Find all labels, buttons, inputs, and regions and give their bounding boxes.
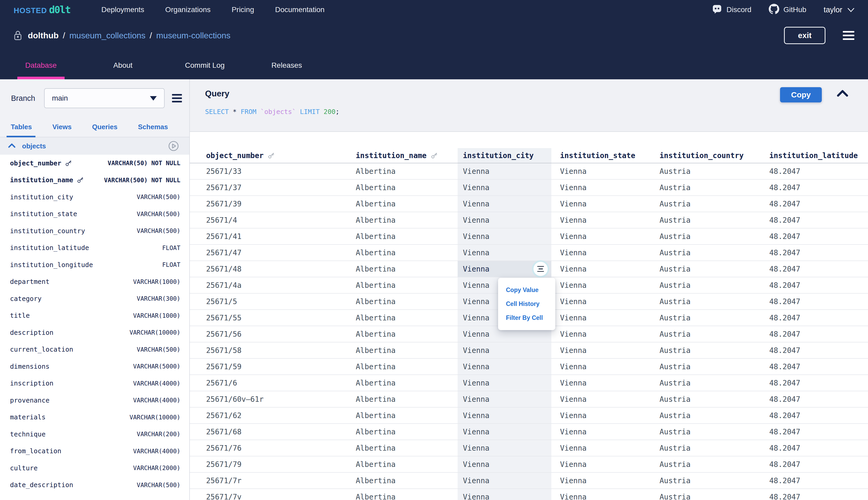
breadcrumb-database-link[interactable]: museum_collections: [69, 31, 146, 41]
table-cell[interactable]: Austria: [651, 245, 751, 261]
table-cell[interactable]: Vienna: [551, 326, 651, 342]
branch-menu-icon[interactable]: [172, 94, 182, 102]
hamburger-menu-icon[interactable]: [843, 31, 854, 40]
table-cell[interactable]: Austria: [651, 310, 751, 326]
context-menu-item-filter-by-cell[interactable]: Filter By Cell: [498, 311, 555, 325]
breadcrumb-owner[interactable]: dolthub: [28, 31, 59, 41]
table-cell[interactable]: 48.2047: [751, 456, 868, 472]
table-cell[interactable]: Austria: [651, 180, 751, 195]
table-cell[interactable]: Vienna: [551, 163, 651, 179]
table-cell[interactable]: 25671/56: [190, 326, 347, 342]
table-cell[interactable]: Austria: [651, 359, 751, 374]
table-cell[interactable]: 48.2047: [751, 391, 868, 407]
table-cell[interactable]: 25671/59: [190, 359, 347, 374]
table-cell[interactable]: Albertina: [347, 375, 458, 391]
table-cell[interactable]: 48.2047: [751, 326, 868, 342]
table-cell[interactable]: Vienna: [551, 245, 651, 261]
discord-link[interactable]: Discord: [712, 4, 751, 16]
table-cell[interactable]: Vienna: [458, 456, 551, 472]
table-cell[interactable]: Austria: [651, 456, 751, 472]
table-cell[interactable]: 25671/7r: [190, 473, 347, 488]
table-cell[interactable]: 48.2047: [751, 440, 868, 456]
column-header-institution-latitude[interactable]: institution_latitude: [751, 148, 868, 163]
table-cell[interactable]: 25671/4a: [190, 277, 347, 293]
table-cell[interactable]: Vienna: [551, 212, 651, 228]
table-cell[interactable]: Vienna: [458, 359, 551, 374]
column-header-institution-state[interactable]: institution_state: [551, 148, 651, 163]
context-menu-item-copy-value[interactable]: Copy Value: [498, 283, 555, 297]
table-objects-header[interactable]: objects: [0, 137, 189, 155]
table-cell[interactable]: Austria: [651, 261, 751, 277]
table-cell[interactable]: Vienna: [551, 440, 651, 456]
table-cell[interactable]: 48.2047: [751, 489, 868, 500]
table-cell[interactable]: Albertina: [347, 342, 458, 358]
table-cell[interactable]: Vienna: [551, 456, 651, 472]
column-header-institution-name[interactable]: institution_name: [347, 148, 458, 163]
user-menu[interactable]: taylor: [824, 5, 854, 14]
table-cell[interactable]: 25671/33: [190, 163, 347, 179]
table-cell[interactable]: Albertina: [347, 277, 458, 293]
table-cell[interactable]: Vienna: [551, 408, 651, 423]
table-cell[interactable]: Albertina: [347, 424, 458, 440]
sidebar-tab-schemas[interactable]: Schemas: [138, 123, 168, 137]
breadcrumb-deployment-link[interactable]: museum-collections: [156, 31, 230, 41]
table-cell[interactable]: Vienna: [458, 489, 551, 500]
hosted-dolt-logo[interactable]: HOSTED d0lt: [14, 4, 70, 15]
table-cell[interactable]: Austria: [651, 228, 751, 244]
table-cell[interactable]: Vienna: [458, 375, 551, 391]
table-cell[interactable]: Austria: [651, 294, 751, 309]
table-cell[interactable]: Austria: [651, 391, 751, 407]
table-cell[interactable]: Vienna: [551, 342, 651, 358]
exit-button[interactable]: exit: [784, 27, 825, 44]
table-cell[interactable]: 48.2047: [751, 473, 868, 488]
table-cell[interactable]: 25671/5: [190, 294, 347, 309]
table-cell[interactable]: Vienna: [458, 228, 551, 244]
table-cell[interactable]: Vienna: [458, 163, 551, 179]
table-cell[interactable]: Austria: [651, 212, 751, 228]
table-cell[interactable]: Vienna: [458, 408, 551, 423]
table-cell[interactable]: Vienna: [551, 473, 651, 488]
table-cell[interactable]: Albertina: [347, 180, 458, 195]
table-cell[interactable]: Austria: [651, 424, 751, 440]
table-cell[interactable]: 48.2047: [751, 342, 868, 358]
table-cell[interactable]: Albertina: [347, 228, 458, 244]
context-menu-item-cell-history[interactable]: Cell History: [498, 297, 555, 311]
table-cell[interactable]: 25671/39: [190, 196, 347, 212]
sidebar-tab-tables[interactable]: Tables: [11, 123, 32, 137]
table-cell[interactable]: 48.2047: [751, 180, 868, 195]
table-cell[interactable]: Albertina: [347, 440, 458, 456]
table-cell[interactable]: Albertina: [347, 163, 458, 179]
table-cell[interactable]: 48.2047: [751, 375, 868, 391]
nav-link-deployments[interactable]: Deployments: [101, 5, 144, 14]
table-cell[interactable]: 25671/4: [190, 212, 347, 228]
sidebar-tab-queries[interactable]: Queries: [92, 123, 118, 137]
table-cell[interactable]: Austria: [651, 473, 751, 488]
table-cell[interactable]: 25671/7v: [190, 489, 347, 500]
table-cell[interactable]: Vienna: [551, 196, 651, 212]
nav-link-documentation[interactable]: Documentation: [275, 5, 324, 14]
table-cell[interactable]: Austria: [651, 489, 751, 500]
table-cell[interactable]: Vienna: [551, 261, 651, 277]
table-cell[interactable]: Vienna: [458, 212, 551, 228]
table-cell[interactable]: 25671/62: [190, 408, 347, 423]
table-cell[interactable]: 48.2047: [751, 408, 868, 423]
table-cell[interactable]: 48.2047: [751, 424, 868, 440]
table-cell[interactable]: Vienna: [551, 277, 651, 293]
table-cell[interactable]: Vienna: [458, 196, 551, 212]
table-cell[interactable]: Albertina: [347, 245, 458, 261]
table-cell[interactable]: Vienna: [458, 424, 551, 440]
table-cell[interactable]: Albertina: [347, 359, 458, 374]
table-cell[interactable]: 25671/58: [190, 342, 347, 358]
table-cell[interactable]: Austria: [651, 277, 751, 293]
table-cell[interactable]: Vienna: [458, 261, 551, 277]
table-cell[interactable]: Vienna: [551, 310, 651, 326]
tab-releases[interactable]: Releases: [246, 52, 328, 79]
table-cell[interactable]: 25671/79: [190, 456, 347, 472]
table-cell[interactable]: Albertina: [347, 212, 458, 228]
table-cell[interactable]: Austria: [651, 196, 751, 212]
collapse-chevron-icon[interactable]: [836, 89, 848, 97]
table-cell[interactable]: Vienna: [551, 359, 651, 374]
table-cell[interactable]: Albertina: [347, 408, 458, 423]
table-cell[interactable]: 48.2047: [751, 359, 868, 374]
table-cell[interactable]: Albertina: [347, 489, 458, 500]
